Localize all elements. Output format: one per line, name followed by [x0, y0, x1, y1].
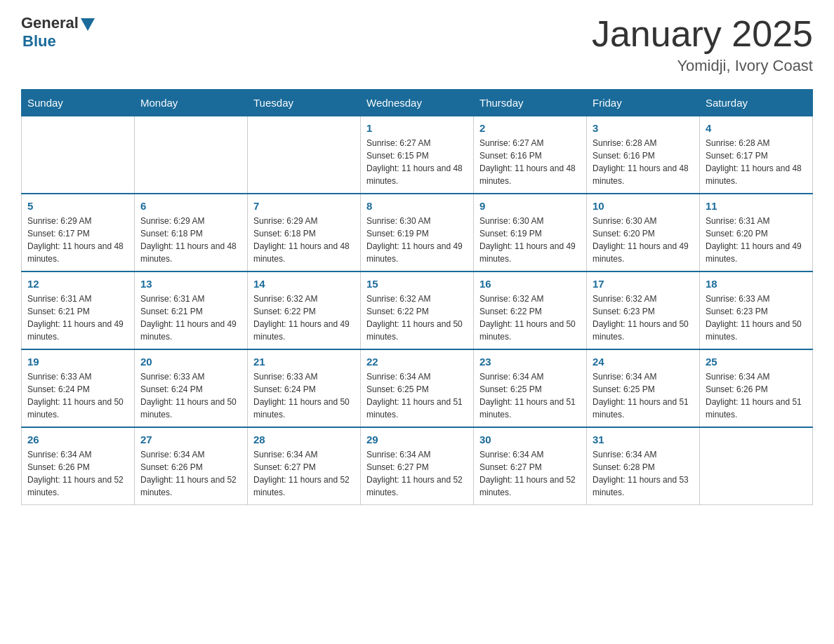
header-row: SundayMondayTuesdayWednesdayThursdayFrid…: [22, 90, 813, 116]
day-cell: 25Sunrise: 6:34 AM Sunset: 6:26 PM Dayli…: [700, 349, 813, 427]
day-cell: 21Sunrise: 6:33 AM Sunset: 6:24 PM Dayli…: [248, 349, 361, 427]
day-cell: 19Sunrise: 6:33 AM Sunset: 6:24 PM Dayli…: [22, 349, 135, 427]
day-info: Sunrise: 6:31 AM Sunset: 6:21 PM Dayligh…: [140, 293, 241, 343]
title-area: January 2025 Yomidji, Ivory Coast: [592, 14, 813, 75]
day-number: 7: [253, 200, 355, 212]
day-info: Sunrise: 6:27 AM Sunset: 6:16 PM Dayligh…: [479, 137, 581, 187]
day-info: Sunrise: 6:34 AM Sunset: 6:25 PM Dayligh…: [593, 370, 694, 421]
day-number: 29: [366, 434, 468, 445]
header: General Blue January 2025 Yomidji, Ivory…: [21, 14, 813, 75]
day-cell: 29Sunrise: 6:34 AM Sunset: 6:27 PM Dayli…: [361, 427, 474, 505]
day-cell: 22Sunrise: 6:34 AM Sunset: 6:25 PM Dayli…: [361, 349, 474, 427]
day-cell: 13Sunrise: 6:31 AM Sunset: 6:21 PM Dayli…: [135, 271, 248, 349]
day-info: Sunrise: 6:32 AM Sunset: 6:22 PM Dayligh…: [253, 293, 355, 343]
day-number: 4: [706, 122, 807, 134]
day-cell: 26Sunrise: 6:34 AM Sunset: 6:26 PM Dayli…: [22, 427, 135, 505]
day-cell: 4Sunrise: 6:28 AM Sunset: 6:17 PM Daylig…: [700, 116, 813, 194]
day-info: Sunrise: 6:34 AM Sunset: 6:25 PM Dayligh…: [479, 370, 581, 421]
day-cell: 18Sunrise: 6:33 AM Sunset: 6:23 PM Dayli…: [700, 271, 813, 349]
week-row-3: 12Sunrise: 6:31 AM Sunset: 6:21 PM Dayli…: [22, 271, 813, 349]
day-cell: 15Sunrise: 6:32 AM Sunset: 6:22 PM Dayli…: [361, 271, 474, 349]
day-number: 26: [27, 434, 128, 445]
day-info: Sunrise: 6:32 AM Sunset: 6:23 PM Dayligh…: [593, 293, 694, 343]
logo-blue-text: Blue: [22, 32, 56, 51]
day-number: 30: [479, 434, 581, 445]
col-header-saturday: Saturday: [700, 90, 813, 116]
day-number: 17: [593, 278, 694, 290]
day-cell: 5Sunrise: 6:29 AM Sunset: 6:17 PM Daylig…: [22, 194, 135, 271]
day-info: Sunrise: 6:30 AM Sunset: 6:19 PM Dayligh…: [366, 215, 468, 265]
day-info: Sunrise: 6:28 AM Sunset: 6:17 PM Dayligh…: [706, 137, 807, 187]
day-cell: 11Sunrise: 6:31 AM Sunset: 6:20 PM Dayli…: [700, 194, 813, 271]
day-number: 2: [479, 122, 581, 134]
day-info: Sunrise: 6:29 AM Sunset: 6:18 PM Dayligh…: [140, 215, 241, 265]
col-header-thursday: Thursday: [474, 90, 587, 116]
day-number: 12: [27, 278, 128, 290]
day-cell: 31Sunrise: 6:34 AM Sunset: 6:28 PM Dayli…: [587, 427, 700, 505]
day-info: Sunrise: 6:31 AM Sunset: 6:20 PM Dayligh…: [706, 215, 807, 265]
day-cell: 28Sunrise: 6:34 AM Sunset: 6:27 PM Dayli…: [248, 427, 361, 505]
day-info: Sunrise: 6:34 AM Sunset: 6:27 PM Dayligh…: [253, 448, 355, 499]
day-cell: 17Sunrise: 6:32 AM Sunset: 6:23 PM Dayli…: [587, 271, 700, 349]
calendar-table: SundayMondayTuesdayWednesdayThursdayFrid…: [21, 89, 813, 505]
day-cell: [22, 116, 135, 194]
day-info: Sunrise: 6:33 AM Sunset: 6:24 PM Dayligh…: [27, 370, 128, 421]
day-cell: 12Sunrise: 6:31 AM Sunset: 6:21 PM Dayli…: [22, 271, 135, 349]
col-header-sunday: Sunday: [22, 90, 135, 116]
logo: General Blue: [21, 14, 95, 51]
day-number: 21: [253, 356, 355, 368]
day-number: 10: [593, 200, 694, 212]
day-number: 9: [479, 200, 581, 212]
day-number: 24: [593, 356, 694, 368]
day-info: Sunrise: 6:34 AM Sunset: 6:27 PM Dayligh…: [366, 448, 468, 499]
day-number: 3: [593, 122, 694, 134]
day-number: 13: [140, 278, 241, 290]
day-info: Sunrise: 6:28 AM Sunset: 6:16 PM Dayligh…: [593, 137, 694, 187]
day-number: 27: [140, 434, 241, 445]
day-number: 5: [27, 200, 128, 212]
day-info: Sunrise: 6:32 AM Sunset: 6:22 PM Dayligh…: [479, 293, 581, 343]
day-number: 8: [366, 200, 468, 212]
col-header-friday: Friday: [587, 90, 700, 116]
day-number: 16: [479, 278, 581, 290]
day-info: Sunrise: 6:31 AM Sunset: 6:21 PM Dayligh…: [27, 293, 128, 343]
col-header-monday: Monday: [135, 90, 248, 116]
day-info: Sunrise: 6:34 AM Sunset: 6:25 PM Dayligh…: [366, 370, 468, 421]
day-info: Sunrise: 6:27 AM Sunset: 6:15 PM Dayligh…: [366, 137, 468, 187]
location-title: Yomidji, Ivory Coast: [592, 57, 813, 75]
day-cell: 7Sunrise: 6:29 AM Sunset: 6:18 PM Daylig…: [248, 194, 361, 271]
day-info: Sunrise: 6:30 AM Sunset: 6:19 PM Dayligh…: [479, 215, 581, 265]
month-title: January 2025: [592, 14, 813, 54]
day-cell: [248, 116, 361, 194]
day-info: Sunrise: 6:34 AM Sunset: 6:26 PM Dayligh…: [140, 448, 241, 499]
day-info: Sunrise: 6:29 AM Sunset: 6:18 PM Dayligh…: [253, 215, 355, 265]
day-number: 18: [706, 278, 807, 290]
day-number: 22: [366, 356, 468, 368]
day-cell: 24Sunrise: 6:34 AM Sunset: 6:25 PM Dayli…: [587, 349, 700, 427]
week-row-2: 5Sunrise: 6:29 AM Sunset: 6:17 PM Daylig…: [22, 194, 813, 271]
day-cell: 30Sunrise: 6:34 AM Sunset: 6:27 PM Dayli…: [474, 427, 587, 505]
day-cell: [135, 116, 248, 194]
logo-arrow-icon: [81, 18, 95, 31]
day-cell: 9Sunrise: 6:30 AM Sunset: 6:19 PM Daylig…: [474, 194, 587, 271]
day-number: 15: [366, 278, 468, 290]
day-number: 14: [253, 278, 355, 290]
day-info: Sunrise: 6:29 AM Sunset: 6:17 PM Dayligh…: [27, 215, 128, 265]
day-cell: 14Sunrise: 6:32 AM Sunset: 6:22 PM Dayli…: [248, 271, 361, 349]
day-cell: 3Sunrise: 6:28 AM Sunset: 6:16 PM Daylig…: [587, 116, 700, 194]
day-number: 25: [706, 356, 807, 368]
day-number: 1: [366, 122, 468, 134]
day-number: 28: [253, 434, 355, 445]
day-number: 20: [140, 356, 241, 368]
logo-general-text: General: [21, 14, 79, 32]
day-number: 31: [593, 434, 694, 445]
day-cell: 6Sunrise: 6:29 AM Sunset: 6:18 PM Daylig…: [135, 194, 248, 271]
day-number: 6: [140, 200, 241, 212]
day-number: 11: [706, 200, 807, 212]
day-cell: 23Sunrise: 6:34 AM Sunset: 6:25 PM Dayli…: [474, 349, 587, 427]
day-info: Sunrise: 6:34 AM Sunset: 6:26 PM Dayligh…: [27, 448, 128, 499]
day-info: Sunrise: 6:33 AM Sunset: 6:23 PM Dayligh…: [706, 293, 807, 343]
col-header-tuesday: Tuesday: [248, 90, 361, 116]
day-info: Sunrise: 6:32 AM Sunset: 6:22 PM Dayligh…: [366, 293, 468, 343]
day-number: 19: [27, 356, 128, 368]
